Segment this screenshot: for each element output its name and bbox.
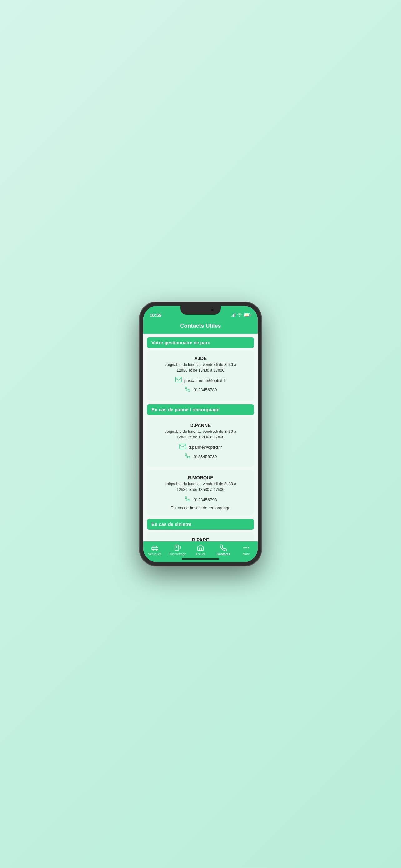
phone-screen: 10:59 ⚡	[143, 306, 258, 562]
phone-icon	[184, 496, 191, 503]
contact-name: D.PANNE	[151, 423, 250, 428]
page-title: Contacts Utiles	[180, 323, 221, 329]
signal-icon	[231, 313, 235, 317]
fuel-icon	[174, 544, 181, 552]
contact-phone: 0123456798	[193, 497, 217, 502]
email-icon	[175, 377, 182, 384]
contact-email: d.panne@optixt.fr	[189, 445, 222, 450]
section-label: En cas de panne / remorquage	[152, 407, 220, 412]
svg-rect-9	[200, 548, 201, 551]
wifi-icon	[237, 312, 242, 318]
home-indicator	[182, 558, 219, 560]
nav-item-contacts[interactable]: Contacts	[212, 544, 235, 556]
nav-label: Contacts	[217, 552, 230, 556]
nav-item-vehicules[interactable]: Véhicules	[143, 544, 166, 556]
contact-hours: Joignable du lundi au vendredi de 8h30 à…	[151, 362, 250, 373]
contact-card-rmorque: R.MORQUE Joignable du lundi au vendredi …	[147, 470, 254, 515]
content-area[interactable]: Votre gestionnaire de parc A.IDE Joignab…	[143, 334, 258, 541]
section-header-panne: En cas de panne / remorquage	[147, 404, 254, 415]
contact-phone: 0123456789	[193, 388, 217, 392]
contact-card-aide: A.IDE Joignable du lundi au vendredi de …	[147, 350, 254, 401]
camera	[211, 308, 214, 312]
nav-label: Accueil	[196, 552, 205, 556]
contact-phone-row[interactable]: 0123456798	[151, 496, 250, 503]
phone-frame: 10:59 ⚡	[140, 302, 261, 566]
contact-name: R.PARE	[151, 537, 250, 541]
contacts-phone-icon	[220, 544, 227, 552]
phone-icon	[184, 386, 191, 393]
email-icon	[179, 444, 186, 451]
section-label: Votre gestionnaire de parc	[152, 340, 210, 345]
status-icons: ⚡	[231, 312, 252, 318]
contact-email: pascal.merle@optixt.fr	[184, 378, 226, 383]
contact-card-dpanne: D.PANNE Joignable du lundi au vendredi d…	[147, 417, 254, 467]
app-header: Contacts Utiles	[143, 320, 258, 334]
contact-hours: Joignable du lundi au vendredi de 8h30 à…	[151, 429, 250, 440]
contact-card-rpare: R.PARE Joignable du lundi au vendredi de…	[147, 532, 254, 541]
nav-item-more[interactable]: More	[235, 544, 258, 556]
section-label: En cas de sinistre	[152, 522, 192, 527]
nav-label: Véhicules	[148, 552, 162, 556]
more-icon	[242, 544, 250, 552]
section-header-gestionnaire: Votre gestionnaire de parc	[147, 337, 254, 348]
nav-label: More	[243, 552, 250, 556]
contact-phone-row[interactable]: 0123456789	[151, 453, 250, 460]
home-icon	[197, 544, 204, 552]
status-time: 10:59	[149, 312, 162, 318]
contact-note: En cas de besoin de remorquage	[151, 505, 250, 510]
contact-email-row[interactable]: pascal.merle@optixt.fr	[151, 377, 250, 384]
contact-hours: Joignable du lundi au vendredi de 8h30 à…	[151, 482, 250, 492]
contact-name: A.IDE	[151, 355, 250, 361]
contact-phone: 0123456789	[193, 454, 217, 459]
svg-rect-1	[179, 444, 186, 449]
contact-phone-row[interactable]: 0123456789	[151, 386, 250, 393]
notch	[180, 306, 221, 315]
svg-rect-0	[175, 377, 181, 382]
contact-email-row[interactable]: d.panne@optixt.fr	[151, 444, 250, 451]
contact-name: R.MORQUE	[151, 475, 250, 480]
nav-item-kilometrage[interactable]: Kilométrage	[166, 544, 189, 556]
battery-icon: ⚡	[244, 313, 252, 317]
nav-label: Kilométrage	[169, 552, 186, 556]
nav-item-accueil[interactable]: Accueil	[189, 544, 212, 556]
phone-icon	[184, 453, 191, 460]
section-header-sinistre: En cas de sinistre	[147, 519, 254, 530]
car-icon	[151, 544, 159, 552]
